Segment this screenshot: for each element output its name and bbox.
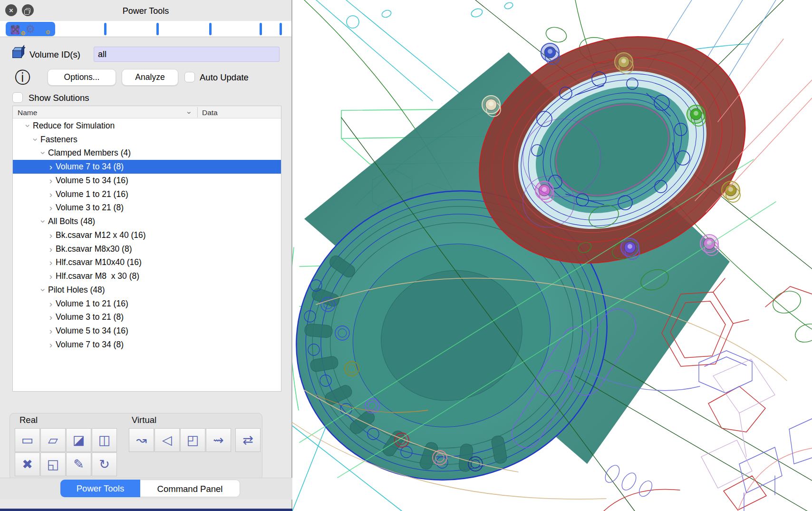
tab-utility-tools[interactable]: ⚒	[0, 21, 30, 37]
chevron-down-icon[interactable]: ›	[39, 286, 48, 294]
delete-button-icon: ✖	[22, 458, 33, 471]
chevron-down-icon[interactable]: ›	[39, 149, 48, 157]
tree-item-label: Volume 1 to 21 (16)	[56, 299, 128, 309]
copy-geometry-button-icon: ◱	[47, 458, 59, 471]
info-icon[interactable]: ⓘ	[15, 69, 30, 86]
remove-chamfer-button[interactable]: ▱	[40, 428, 66, 452]
tree-item-label: Bk.csavar M8x30 (8)	[56, 244, 132, 254]
chevron-right-icon[interactable]: ›	[47, 326, 55, 335]
remove-face-button[interactable]: ◫	[92, 428, 117, 452]
power-tools-tabbar: ⚙⚙▦⚙◉⚙⚔⚒	[0, 21, 291, 37]
tree-item[interactable]: ›Volume 3 to 21 (8)	[13, 311, 281, 324]
collapse-curve-button-icon: ⇝	[213, 434, 224, 447]
tree-item[interactable]: ›Pilot Holes (48)	[13, 283, 281, 297]
refresh-tool-grid: ⇄	[235, 428, 261, 452]
auto-clean-button-icon: ↻	[99, 458, 110, 471]
remove-blend-button-icon: ▭	[21, 434, 34, 447]
tree-item[interactable]: ›Volume 5 to 34 (16)	[13, 174, 281, 187]
tab-power-tools[interactable]: Power Tools	[60, 480, 140, 497]
chevron-right-icon[interactable]: ›	[47, 299, 55, 308]
refresh-button[interactable]: ⇄	[235, 428, 261, 452]
volume-cube-icon	[12, 50, 22, 58]
tree-item-label: Volume 7 to 34 (8)	[56, 162, 124, 172]
viewport-3d[interactable]	[292, 0, 812, 511]
chevron-right-icon[interactable]: ›	[47, 258, 55, 267]
tab-command-panel[interactable]: Command Panel	[140, 480, 240, 497]
chevron-right-icon[interactable]: ›	[47, 176, 55, 185]
show-solutions-checkbox[interactable]	[12, 92, 23, 103]
chevron-right-icon[interactable]: ›	[47, 231, 55, 240]
wireframe-lavender-group	[701, 359, 775, 488]
chevron-down-icon[interactable]: ›	[39, 218, 48, 226]
geometry-toolbox: Real ▭▱◪◫✖◱✎↻ Virtual ↝◁◰⇝ ⇄	[10, 413, 262, 480]
tab-separator	[280, 23, 282, 35]
chevron-right-icon[interactable]: ›	[47, 313, 55, 322]
chevron-down-icon[interactable]: ›	[24, 122, 33, 129]
tree-item[interactable]: ›Clamped Members (4)	[13, 147, 281, 160]
panel-titlebar: × Power Tools	[0, 0, 291, 21]
tree-item[interactable]: ›Hlf.csavar M10x40 (16)	[13, 256, 281, 270]
tree-item[interactable]: ›Volume 5 to 34 (16)	[13, 324, 281, 338]
collapse-curve-button[interactable]: ⇝	[206, 428, 231, 452]
composite-surface-button-icon: ◁	[162, 434, 172, 447]
tree-item[interactable]: ›All Bolts (48)	[13, 215, 281, 228]
tree-column-data[interactable]: Data	[202, 106, 218, 118]
clean-geometry-button[interactable]: ✎	[66, 452, 91, 476]
real-tool-grid: ▭▱◪◫✖◱✎↻	[15, 428, 117, 476]
tree-header[interactable]: Name › Data	[13, 106, 281, 118]
chevron-right-icon[interactable]: ›	[47, 272, 55, 281]
chevron-right-icon[interactable]: ›	[47, 190, 55, 199]
tree-rows: ›Reduce for Simulation›Fasteners›Clamped…	[13, 119, 281, 391]
tab-separator	[209, 23, 212, 35]
sort-indicator-icon: ›	[183, 111, 195, 114]
tree-item[interactable]: ›Volume 7 to 34 (8)	[13, 160, 281, 174]
chevron-right-icon[interactable]: ›	[47, 340, 55, 349]
tree-item[interactable]: ›Volume 3 to 21 (8)	[13, 201, 281, 215]
tree-item[interactable]: ›Bk.csavar M12 x 40 (16)	[13, 228, 281, 242]
remove-chamfer-button-icon: ▱	[48, 434, 58, 447]
auto-clean-button[interactable]: ↻	[92, 452, 117, 476]
tree-item-label: Volume 5 to 34 (16)	[56, 326, 128, 336]
chevron-right-icon[interactable]: ›	[47, 162, 55, 171]
power-tools-panel: × Power Tools ⚙⚙▦⚙◉⚙⚔⚒ Volume ID(s) ⓘ Op…	[0, 0, 292, 511]
tree-item[interactable]: ›Volume 1 to 21 (16)	[13, 187, 281, 201]
collapse-surface-button-icon: ◰	[187, 434, 199, 447]
window-bottom-edge	[0, 509, 292, 511]
analyze-button[interactable]: Analyze	[122, 69, 178, 86]
delete-button[interactable]: ✖	[15, 452, 40, 476]
auto-update-checkbox[interactable]	[184, 72, 195, 82]
chevron-right-icon[interactable]: ›	[47, 203, 55, 212]
volume-id-row: Volume ID(s)	[11, 46, 280, 62]
copy-geometry-button[interactable]: ◱	[40, 452, 66, 476]
tree-item[interactable]: ›Volume 1 to 21 (16)	[13, 297, 281, 311]
tab-utility-tools-icon: ⚒	[10, 24, 20, 35]
tree-item[interactable]: ›Hlf.csavar M8 x 30 (8)	[13, 269, 281, 283]
clean-geometry-button-icon: ✎	[73, 458, 84, 471]
tree-item-label: Volume 7 to 34 (8)	[56, 340, 124, 350]
collapse-surface-button[interactable]: ◰	[180, 428, 205, 452]
tree-column-name[interactable]: Name	[18, 106, 37, 118]
tree-item[interactable]: ›Fasteners	[13, 133, 281, 147]
panel-title: Power Tools	[0, 0, 291, 21]
refresh-button-icon: ⇄	[242, 434, 253, 447]
virtual-group-label: Virtual	[132, 415, 156, 425]
options-button[interactable]: Options...	[48, 69, 116, 86]
volume-id-input[interactable]	[94, 47, 280, 62]
tree-item-label: Hlf.csavar M10x40 (16)	[56, 257, 142, 267]
composite-surface-button[interactable]: ◁	[155, 428, 180, 452]
chevron-down-icon[interactable]: ›	[31, 136, 40, 143]
tree-item[interactable]: ›Bk.csavar M8x30 (8)	[13, 242, 281, 256]
tab-separator	[260, 23, 262, 35]
tree-item[interactable]: ›Reduce for Simulation	[13, 119, 281, 133]
collapse-angle-button[interactable]: ◪	[66, 428, 91, 452]
auto-update-label: Auto Update	[200, 69, 249, 86]
tree-item-label: Fasteners	[40, 135, 77, 145]
tree-item[interactable]: ›Volume 7 to 34 (8)	[13, 338, 281, 352]
tree-item-label: Reduce for Simulation	[33, 121, 115, 131]
chevron-right-icon[interactable]: ›	[47, 245, 55, 254]
composite-curves-button-icon: ↝	[136, 434, 147, 447]
composite-curves-button[interactable]: ↝	[129, 428, 154, 452]
column-divider[interactable]	[197, 107, 198, 118]
remove-blend-button[interactable]: ▭	[15, 428, 40, 452]
tree-item-label: Clamped Members (4)	[48, 148, 131, 158]
